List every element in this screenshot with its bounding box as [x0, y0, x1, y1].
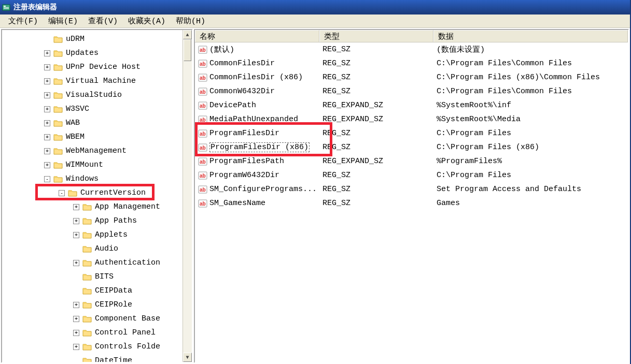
tree-item[interactable]: -CurrentVersion	[2, 186, 192, 200]
tree-item[interactable]: +Updates	[2, 46, 192, 60]
folder-icon	[53, 91, 63, 99]
tree-item[interactable]: +App Management	[2, 200, 192, 214]
svg-text:ab: ab	[200, 187, 206, 193]
string-icon: ab	[198, 45, 207, 54]
header-type[interactable]: 类型	[319, 30, 433, 42]
menu-0[interactable]: 文件(F)	[3, 15, 43, 27]
tree-item[interactable]: +WIMMount	[2, 158, 192, 172]
expander-icon[interactable]: +	[44, 64, 50, 70]
tree-item[interactable]: +App Paths	[2, 214, 192, 228]
expander-icon[interactable]: +	[73, 302, 79, 308]
menu-2[interactable]: 查看(V)	[83, 15, 123, 27]
expander-icon[interactable]: +	[44, 106, 50, 112]
folder-icon	[82, 259, 92, 267]
tree-item[interactable]: -Windows	[2, 172, 192, 186]
tree-item-label: WIMMount	[66, 161, 103, 169]
svg-rect-2	[4, 7, 9, 8]
expander-icon[interactable]: +	[44, 134, 50, 140]
string-icon: ab	[198, 59, 207, 68]
tree-item-label: CurrentVersion	[80, 188, 146, 197]
header-data[interactable]: 数据	[433, 30, 628, 42]
tree-item[interactable]: +Applets	[2, 228, 192, 242]
tree-item[interactable]: +WBEM	[2, 130, 192, 144]
list-row[interactable]: abProgramFilesPathREG_EXPAND_SZ%ProgramF…	[195, 154, 628, 168]
tree-item[interactable]: +VisualStudio	[2, 88, 192, 102]
tree-item[interactable]: CEIPData	[2, 284, 192, 298]
list-row[interactable]: abDevicePathREG_EXPAND_SZ%SystemRoot%\in…	[195, 98, 628, 112]
scroll-track[interactable]	[183, 39, 192, 353]
expander-placeholder	[73, 358, 79, 362]
svg-rect-3	[4, 8, 9, 9]
list-row[interactable]: abProgramFilesDirREG_SZC:\Program Files	[195, 126, 628, 140]
folder-icon	[53, 119, 63, 127]
value-type: REG_EXPAND_SZ	[319, 156, 433, 167]
list-row[interactable]: abSM_ConfigurePrograms...REG_SZSet Progr…	[195, 182, 628, 196]
tree-item[interactable]: +W3SVC	[2, 102, 192, 116]
value-name: ProgramFilesPath	[209, 157, 284, 166]
expander-icon[interactable]: +	[73, 232, 79, 238]
value-data: C:\Program Files	[433, 170, 628, 181]
list-row[interactable]: abCommonW6432DirREG_SZC:\Program Files\C…	[195, 84, 628, 98]
expander-icon[interactable]: +	[73, 330, 79, 336]
tree-item[interactable]: +UPnP Device Host	[2, 60, 192, 74]
expander-icon[interactable]: -	[59, 190, 65, 196]
menu-1[interactable]: 编辑(E)	[43, 15, 83, 27]
list-row[interactable]: abSM_GamesNameREG_SZGames	[195, 196, 628, 210]
scroll-up-button[interactable]: ▲	[183, 30, 192, 39]
tree-item[interactable]: uDRM	[2, 32, 192, 46]
expander-icon[interactable]: +	[73, 260, 79, 266]
expander-icon[interactable]: +	[44, 120, 50, 126]
tree-item[interactable]: +WAB	[2, 116, 192, 130]
folder-icon	[82, 315, 92, 323]
tree-item[interactable]: +Virtual Machine	[2, 74, 192, 88]
list-row[interactable]: abProgramW6432DirREG_SZC:\Program Files	[195, 168, 628, 182]
value-type: REG_SZ	[319, 142, 433, 153]
tree-item[interactable]: Audio	[2, 242, 192, 256]
tree-item[interactable]: +Controls Folde	[2, 340, 192, 354]
expander-icon[interactable]: +	[73, 204, 79, 210]
list-row[interactable]: abMediaPathUnexpandedREG_EXPAND_SZ%Syste…	[195, 112, 628, 126]
tree-item-label: Control Panel	[95, 328, 156, 337]
tree-view[interactable]: uDRM+Updates+UPnP Device Host+Virtual Ma…	[2, 30, 192, 362]
tree-item-label: WAB	[66, 119, 80, 127]
scroll-down-button[interactable]: ▼	[183, 353, 192, 362]
expander-icon[interactable]: +	[44, 148, 50, 154]
expander-icon[interactable]: +	[44, 162, 50, 168]
expander-icon[interactable]: +	[73, 344, 79, 350]
expander-icon[interactable]: +	[44, 78, 50, 84]
list-row[interactable]: abCommonFilesDir (x86)REG_SZC:\Program F…	[195, 70, 628, 84]
list-row[interactable]: ab(默认)REG_SZ(数值未设置)	[195, 42, 628, 56]
tree-item-label: BITS	[95, 272, 114, 281]
list-row[interactable]: abCommonFilesDirREG_SZC:\Program Files\C…	[195, 56, 628, 70]
value-type: REG_SZ	[319, 86, 433, 97]
tree-item-label: Applets	[95, 230, 128, 239]
tree-item[interactable]: DateTime	[2, 354, 192, 362]
value-data: %SystemRoot%\inf	[433, 100, 628, 111]
svg-rect-1	[4, 6, 6, 7]
expander-icon[interactable]: +	[44, 92, 50, 98]
titlebar[interactable]: 注册表编辑器	[0, 0, 630, 14]
menu-3[interactable]: 收藏夹(A)	[123, 15, 171, 27]
folder-icon	[53, 49, 63, 57]
tree-item[interactable]: +WebManagement	[2, 144, 192, 158]
list-row[interactable]: abProgramFilesDir (x86)REG_SZC:\Program …	[195, 140, 628, 154]
scroll-thumb[interactable]	[184, 39, 191, 61]
tree-item[interactable]: +CEIPRole	[2, 298, 192, 312]
svg-text:ab: ab	[200, 173, 206, 179]
value-name: CommonFilesDir (x86)	[209, 73, 303, 82]
expander-icon[interactable]: -	[44, 176, 50, 182]
svg-text:ab: ab	[200, 75, 206, 81]
header-name[interactable]: 名称	[195, 30, 319, 42]
menu-4[interactable]: 帮助(H)	[171, 15, 211, 27]
expander-icon[interactable]: +	[44, 50, 50, 56]
expander-icon[interactable]: +	[73, 218, 79, 224]
expander-icon[interactable]: +	[73, 316, 79, 322]
tree-scrollbar[interactable]: ▲ ▼	[183, 30, 192, 362]
tree-item[interactable]: +Authentication	[2, 256, 192, 270]
tree-item[interactable]: BITS	[2, 270, 192, 284]
list-view[interactable]: ab(默认)REG_SZ(数值未设置)abCommonFilesDirREG_S…	[195, 42, 628, 362]
tree-item[interactable]: +Control Panel	[2, 326, 192, 340]
tree-item[interactable]: +Component Base	[2, 312, 192, 326]
tree-item-label: Component Base	[95, 314, 160, 323]
svg-text:ab: ab	[200, 61, 206, 67]
